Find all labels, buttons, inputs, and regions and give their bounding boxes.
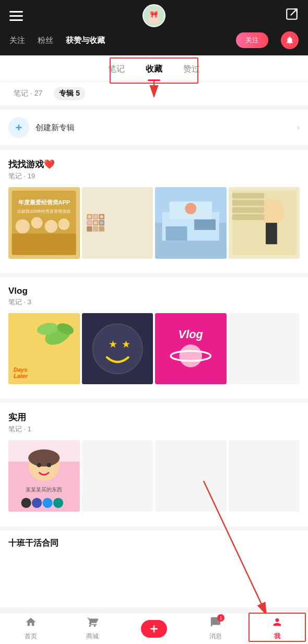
album-games-thumb-2[interactable]	[82, 187, 153, 259]
messages-badge: 1	[217, 614, 224, 622]
menu-button[interactable]	[9, 11, 23, 21]
svg-text:比较我100种经营及管理游戏: 比较我100种经营及管理游戏	[17, 209, 70, 214]
svg-point-14	[31, 217, 43, 228]
main-content: 笔记 收藏 赞过 笔记 · 27 专辑 5 创建新专辑 › 找找游戏❤️ 笔记 …	[0, 55, 308, 607]
nav-home-label: 首页	[25, 632, 37, 641]
nav-messages-label: 消息	[209, 632, 222, 641]
album-vlog-subtitle: 笔记 · 3	[8, 297, 300, 307]
nav-shop[interactable]: 商城	[62, 616, 123, 641]
svg-point-42	[185, 203, 196, 214]
notification-button[interactable]	[281, 31, 299, 49]
album-practical: 实用 笔记 · 1	[0, 403, 308, 526]
svg-rect-27	[87, 226, 92, 232]
nav-home[interactable]: 首页	[0, 616, 62, 641]
svg-rect-48	[232, 200, 264, 206]
svg-text:★: ★	[108, 338, 117, 349]
nav-me[interactable]: 我	[246, 616, 308, 641]
album-vlog-title: Vlog	[8, 286, 300, 296]
svg-point-35	[100, 221, 103, 224]
svg-rect-28	[92, 226, 98, 232]
svg-point-15	[45, 220, 58, 233]
nav-tab-guanzhu[interactable]: 关注	[9, 33, 25, 48]
svg-point-66	[28, 450, 60, 467]
svg-rect-50	[232, 214, 264, 220]
svg-rect-29	[99, 226, 104, 232]
svg-point-70	[32, 498, 42, 508]
nav-me-label: 我	[274, 632, 280, 641]
create-album-button[interactable]: 创建新专辑 ›	[0, 110, 308, 146]
album-games-thumb-4[interactable]	[229, 187, 300, 259]
follow-button[interactable]: 关注	[236, 32, 268, 48]
svg-rect-17	[12, 234, 76, 255]
album-vlog-grid: Days Later ★ ★	[8, 313, 300, 385]
svg-point-13	[16, 219, 30, 233]
create-album-icon	[8, 117, 29, 138]
album-games-thumb-3[interactable]	[155, 187, 227, 259]
album-practical-thumb-2	[82, 440, 153, 512]
album-practical-thumb-1[interactable]: 某某某买的东西	[8, 440, 80, 512]
cut-off-title: 十班干活合同	[8, 538, 300, 549]
export-button[interactable]	[285, 7, 299, 24]
svg-rect-40	[194, 219, 216, 229]
header: 🎀	[0, 0, 308, 31]
album-vlog-thumb-3[interactable]: Vlog	[155, 313, 227, 385]
content-tabs: 笔记 收藏 赞过	[0, 55, 308, 82]
nav-add[interactable]	[123, 620, 185, 638]
album-games-thumb-1[interactable]: 年度最爱经营类APP 比较我100种经营及管理游戏	[8, 187, 80, 259]
album-games: 找找游戏❤️ 笔记 · 19 年度最爱经营类APP 比较我100种经营及管理游戏	[0, 150, 308, 273]
svg-point-68	[47, 463, 51, 467]
home-icon	[25, 616, 37, 631]
svg-point-34	[93, 221, 97, 224]
album-practical-thumb-4	[229, 440, 300, 512]
add-button[interactable]	[141, 620, 167, 638]
album-practical-thumb-3	[155, 440, 227, 512]
album-games-subtitle: 笔记 · 19	[8, 171, 300, 181]
album-vlog: Vlog 笔记 · 3 Days Later	[0, 278, 308, 399]
svg-point-32	[100, 215, 103, 218]
album-games-title: 找找游戏❤️	[8, 158, 300, 170]
cut-off-section: 十班干活合同	[0, 531, 308, 552]
svg-point-71	[43, 498, 53, 508]
album-practical-title: 实用	[8, 411, 300, 423]
tab-collections[interactable]: 收藏	[146, 64, 162, 81]
svg-point-33	[88, 221, 91, 224]
album-vlog-thumb-1[interactable]: Days Later	[8, 313, 80, 385]
svg-point-72	[53, 498, 63, 508]
tab-liked[interactable]: 赞过	[183, 64, 200, 81]
album-games-grid: 年度最爱经营类APP 比较我100种经营及管理游戏	[8, 187, 300, 259]
svg-rect-46	[265, 223, 277, 244]
svg-point-61	[179, 344, 202, 367]
avatar[interactable]: 🎀	[143, 4, 165, 27]
svg-point-16	[58, 218, 70, 230]
album-vlog-thumb-4	[229, 313, 300, 385]
me-icon	[271, 616, 283, 631]
nav-tab-likes[interactable]: 获赞与收藏	[66, 33, 105, 48]
nav-messages[interactable]: 1 消息	[185, 616, 246, 641]
svg-text:年度最爱经营类APP: 年度最爱经营类APP	[18, 199, 70, 205]
svg-rect-39	[165, 226, 187, 240]
svg-point-69	[21, 498, 31, 508]
svg-text:★: ★	[122, 338, 131, 349]
svg-text:某某某买的东西: 某某某买的东西	[26, 487, 62, 492]
svg-point-67	[37, 463, 41, 467]
sub-tab-notes[interactable]: 笔记 · 27	[8, 87, 48, 100]
svg-rect-49	[232, 207, 264, 213]
shop-icon	[87, 616, 98, 631]
album-practical-grid: 某某某买的东西	[8, 440, 300, 512]
tab-notes[interactable]: 笔记	[108, 64, 125, 81]
sub-tabs: 笔记 · 27 专辑 5	[0, 82, 308, 106]
nav-shop-label: 商城	[86, 632, 99, 641]
days-later-text: Days	[14, 366, 28, 373]
bottom-nav: 首页 商城 1 消息	[0, 613, 308, 644]
svg-line-7	[291, 9, 297, 15]
svg-point-31	[93, 215, 97, 218]
create-album-arrow-icon: ›	[297, 123, 300, 132]
sub-tab-albums[interactable]: 专辑 5	[54, 87, 85, 100]
nav-tab-fensi[interactable]: 粉丝	[38, 33, 53, 48]
album-practical-subtitle: 笔记 · 1	[8, 424, 300, 434]
svg-rect-47	[232, 193, 264, 199]
album-vlog-thumb-2[interactable]: ★ ★	[82, 313, 153, 385]
nav-tabs: 关注 粉丝 获赞与收藏 关注	[0, 31, 308, 55]
svg-text:🎀: 🎀	[150, 10, 158, 19]
days-later-text-2: Later	[14, 373, 28, 379]
